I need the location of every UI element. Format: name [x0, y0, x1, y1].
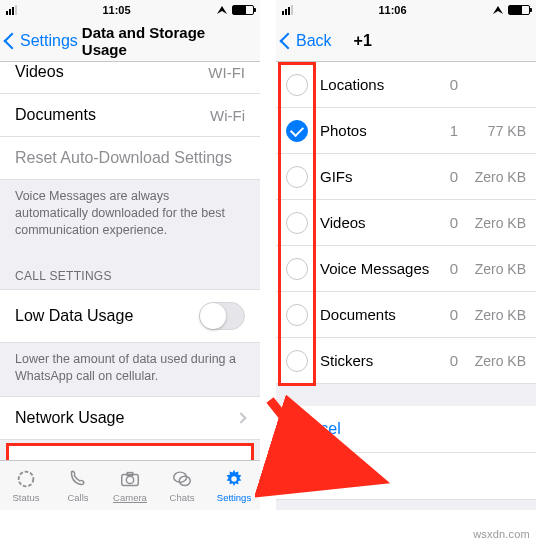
back-label: Back	[296, 32, 332, 50]
highlight-storage-usage: Storage Usage	[6, 443, 254, 460]
row-size: Zero KB	[466, 169, 536, 185]
media-row-photos[interactable]: Photos177 KB	[276, 108, 536, 154]
row-documents[interactable]: Documents Wi-Fi	[0, 94, 260, 137]
radio-button[interactable]	[286, 166, 308, 188]
label: Network Usage	[15, 409, 124, 427]
low-data-note: Lower the amount of data used during a W…	[0, 343, 260, 397]
value: WI-FI	[208, 64, 245, 81]
section-header-call-settings: CALL SETTINGS	[0, 251, 260, 289]
tab-bar: Status Calls Camera Chats Settings	[0, 460, 260, 510]
svg-point-0	[19, 472, 34, 487]
battery-icon	[232, 5, 254, 15]
radio-button[interactable]	[286, 350, 308, 372]
tab-chats[interactable]: Chats	[156, 461, 208, 510]
nav-bar: Back +1	[276, 20, 536, 62]
phone-icon	[66, 468, 90, 490]
row-size: Zero KB	[466, 215, 536, 231]
label: Videos	[15, 63, 64, 81]
row-label: Documents	[320, 306, 442, 323]
nav-title: +1	[354, 32, 372, 50]
chats-icon	[170, 468, 194, 490]
row-size: Zero KB	[466, 353, 536, 369]
row-count: 0	[442, 214, 466, 231]
row-count: 0	[442, 306, 466, 323]
back-label: Settings	[20, 32, 78, 50]
row-reset-auto-download[interactable]: Reset Auto-Download Settings	[0, 137, 260, 180]
tab-status[interactable]: Status	[0, 461, 52, 510]
nav-title: Data and Storage Usage	[82, 24, 254, 58]
svg-point-2	[126, 476, 133, 483]
chevron-left-icon	[4, 32, 21, 49]
radio-button[interactable]	[286, 304, 308, 326]
radio-button[interactable]	[286, 258, 308, 280]
tab-camera[interactable]: Camera	[104, 461, 156, 510]
tab-calls[interactable]: Calls	[52, 461, 104, 510]
nav-bar: Settings Data and Storage Usage	[0, 20, 260, 62]
radio-button[interactable]	[286, 120, 308, 142]
row-label: Photos	[320, 122, 442, 139]
row-count: 0	[442, 352, 466, 369]
row-count: 1	[442, 122, 466, 139]
label: Low Data Usage	[15, 307, 133, 325]
voice-messages-note: Voice Messages are always automatically …	[0, 180, 260, 251]
chevron-right-icon	[235, 413, 246, 424]
row-videos[interactable]: Videos WI-FI	[0, 62, 260, 94]
svg-point-4	[174, 472, 187, 482]
row-low-data-usage[interactable]: Low Data Usage	[0, 289, 260, 343]
row-label: Locations	[320, 76, 442, 93]
row-label: GIFs	[320, 168, 442, 185]
status-icon	[14, 468, 38, 490]
row-label: Voice Messages	[320, 260, 442, 277]
row-size: Zero KB	[466, 307, 536, 323]
status-time: 11:06	[378, 4, 406, 16]
gear-icon	[222, 468, 246, 490]
row-size: 77 KB	[466, 123, 536, 139]
watermark: wsxdn.com	[473, 528, 530, 540]
back-button[interactable]: Back	[282, 32, 332, 50]
back-button[interactable]: Settings	[6, 32, 78, 50]
left-screen: 11:05 Settings Data and Storage Usage Vi…	[0, 0, 260, 510]
battery-icon	[508, 5, 530, 15]
cancel-button[interactable]: Cancel	[276, 406, 536, 453]
label: Reset Auto-Download Settings	[15, 149, 232, 167]
right-screen: 11:06 Back +1 Locations0Photos177 KBGIFs…	[276, 0, 536, 510]
status-bar: 11:06	[276, 0, 536, 20]
row-network-usage[interactable]: Network Usage	[0, 396, 260, 440]
camera-icon	[118, 468, 142, 490]
low-data-toggle[interactable]	[199, 302, 245, 330]
row-label: Videos	[320, 214, 442, 231]
location-icon	[492, 5, 504, 15]
location-icon	[216, 5, 228, 15]
media-row-gifs[interactable]: GIFs0Zero KB	[276, 154, 536, 200]
row-count: 0	[442, 168, 466, 185]
signal-icon	[282, 5, 293, 15]
media-row-stickers[interactable]: Stickers0Zero KB	[276, 338, 536, 384]
media-row-videos[interactable]: Videos0Zero KB	[276, 200, 536, 246]
radio-button[interactable]	[286, 212, 308, 234]
row-storage-usage[interactable]: Storage Usage	[9, 446, 251, 460]
row-label: Stickers	[320, 352, 442, 369]
media-row-locations[interactable]: Locations0	[276, 62, 536, 108]
row-count: 0	[442, 76, 466, 93]
row-count: 0	[442, 260, 466, 277]
status-time: 11:05	[102, 4, 130, 16]
media-row-documents[interactable]: Documents0Zero KB	[276, 292, 536, 338]
label: Documents	[15, 106, 96, 124]
signal-icon	[6, 5, 17, 15]
row-size: Zero KB	[466, 261, 536, 277]
chevron-left-icon	[280, 32, 297, 49]
status-bar: 11:05	[0, 0, 260, 20]
value: Wi-Fi	[210, 107, 245, 124]
radio-button[interactable]	[286, 74, 308, 96]
media-row-voice-messages[interactable]: Voice Messages0Zero KB	[276, 246, 536, 292]
clear-button[interactable]: Clear	[276, 453, 536, 500]
tab-settings[interactable]: Settings	[208, 461, 260, 510]
svg-point-7	[231, 476, 237, 482]
